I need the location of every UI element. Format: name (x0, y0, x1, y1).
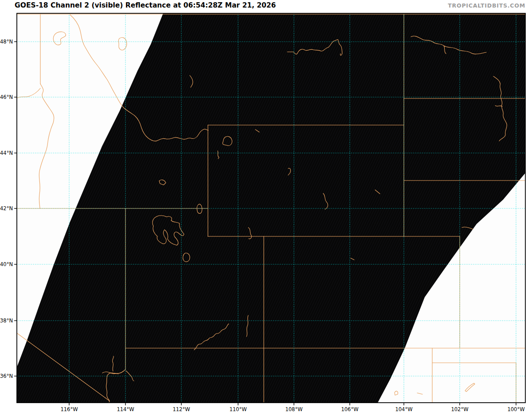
satellite-image-page: GOES-18 Channel 2 (visible) Reflectance … (0, 0, 532, 412)
latitude-tick-label: 40°N (0, 261, 13, 267)
latitude-tick-label: 36°N (0, 373, 13, 379)
latitude-tick-label: 42°N (0, 205, 13, 212)
latitude-tick-label: 46°N (0, 94, 13, 100)
longitude-tick-label: 116°W (60, 406, 78, 412)
longitude-tick-label: 102°W (451, 406, 468, 412)
plot-area (17, 13, 525, 403)
longitude-tick-label: 100°W (507, 406, 524, 412)
longitude-tick-label: 112°W (172, 406, 190, 412)
latitude-tick-label: 48°N (0, 39, 13, 45)
satellite-map-canvas: 48°N46°N44°N42°N40°N38°N36°N116°W114°W11… (0, 0, 532, 412)
longitude-tick-label: 108°W (285, 406, 302, 412)
longitude-tick-label: 106°W (341, 406, 358, 412)
longitude-tick-label: 104°W (395, 406, 412, 412)
latitude-tick-label: 38°N (0, 318, 13, 324)
longitude-tick-label: 110°W (229, 406, 246, 412)
latitude-tick-label: 44°N (0, 150, 13, 156)
longitude-tick-label: 114°W (117, 406, 134, 412)
